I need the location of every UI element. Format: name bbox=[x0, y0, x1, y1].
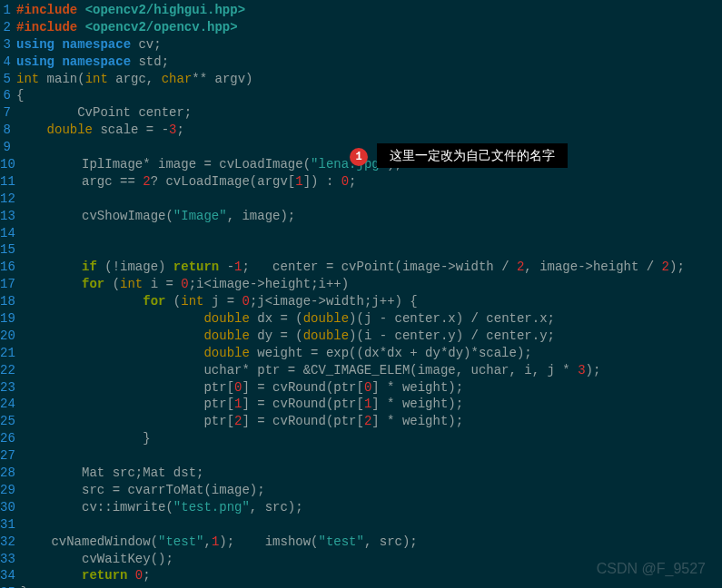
line-number: 18 bbox=[0, 293, 21, 310]
code-content[interactable]: int main(int argc, char** argv) bbox=[16, 71, 253, 88]
code-line[interactable]: 16 if (!image) return -1; center = cvPoi… bbox=[0, 259, 722, 276]
code-content[interactable] bbox=[21, 241, 28, 259]
code-line[interactable]: 25 ptr[2] = cvRound(ptr[2] * weight); bbox=[0, 413, 722, 430]
code-content[interactable]: ptr[0] = cvRound(ptr[0] * weight); bbox=[21, 379, 463, 397]
code-line[interactable]: 7 CvPoint center; bbox=[0, 104, 722, 122]
code-content[interactable]: for (int j = 0;j<image->width;j++) { bbox=[21, 293, 418, 310]
line-number: 35 bbox=[0, 584, 21, 588]
code-line[interactable]: 12 bbox=[0, 191, 722, 208]
code-content[interactable]: { bbox=[16, 87, 24, 104]
code-editor[interactable]: 1#include <opencv2/highgui.hpp>2#include… bbox=[0, 0, 722, 588]
line-number: 32 bbox=[0, 534, 21, 551]
code-content[interactable]: CvPoint center; bbox=[16, 104, 192, 122]
line-number: 15 bbox=[0, 241, 21, 259]
code-line[interactable]: 8 double scale = -3; bbox=[0, 122, 722, 139]
line-number: 29 bbox=[0, 482, 21, 499]
line-number: 14 bbox=[0, 225, 21, 242]
code-line[interactable]: 24 ptr[1] = cvRound(ptr[1] * weight); bbox=[0, 396, 722, 413]
code-content[interactable]: argc == 2? cvLoadImage(argv[1]) : 0; bbox=[21, 173, 357, 191]
annotation-badge: 1 bbox=[350, 148, 368, 166]
line-number: 27 bbox=[0, 447, 21, 465]
code-line[interactable]: 23 ptr[0] = cvRound(ptr[0] * weight); bbox=[0, 379, 722, 397]
code-content[interactable]: Mat src;Mat dst; bbox=[21, 465, 204, 482]
line-number: 9 bbox=[0, 139, 16, 156]
line-number: 3 bbox=[0, 36, 16, 54]
code-content[interactable]: uchar* ptr = &CV_IMAGE_ELEM(image, uchar… bbox=[21, 362, 601, 379]
code-line[interactable]: 19 double dx = (double)(j - center.x) / … bbox=[0, 310, 722, 328]
code-line[interactable]: 27 bbox=[0, 447, 722, 465]
code-line[interactable]: 32 cvNamedWindow("test",1); imshow("test… bbox=[0, 534, 722, 551]
code-line[interactable]: 5int main(int argc, char** argv) bbox=[0, 71, 722, 88]
code-content[interactable]: double scale = -3; bbox=[16, 122, 184, 139]
code-content[interactable]: ptr[2] = cvRound(ptr[2] * weight); bbox=[21, 413, 463, 430]
code-line[interactable]: 31 bbox=[0, 516, 722, 534]
code-content[interactable]: src = cvarrToMat(image); bbox=[21, 482, 265, 499]
code-line[interactable]: 11 argc == 2? cvLoadImage(argv[1]) : 0; bbox=[0, 173, 722, 191]
code-content[interactable]: for (int i = 0;i<image->height;i++) bbox=[21, 276, 349, 293]
code-line[interactable]: 26 } bbox=[0, 430, 722, 447]
code-line[interactable]: 17 for (int i = 0;i<image->height;i++) bbox=[0, 276, 722, 293]
code-line[interactable]: 4using namespace std; bbox=[0, 54, 722, 71]
line-number: 19 bbox=[0, 310, 21, 328]
code-content[interactable]: double dx = (double)(j - center.x) / cen… bbox=[21, 310, 555, 328]
code-content[interactable]: double weight = exp((dx*dx + dy*dy)*scal… bbox=[21, 345, 532, 362]
code-line[interactable]: 6{ bbox=[0, 87, 722, 104]
code-line[interactable]: 1#include <opencv2/highgui.hpp> bbox=[0, 2, 722, 19]
code-line[interactable]: 21 double weight = exp((dx*dx + dy*dy)*s… bbox=[0, 345, 722, 362]
line-number: 26 bbox=[0, 430, 21, 447]
line-number: 30 bbox=[0, 499, 21, 516]
code-content[interactable] bbox=[21, 447, 28, 465]
line-number: 6 bbox=[0, 87, 16, 104]
code-line[interactable]: 15 bbox=[0, 241, 722, 259]
line-number: 13 bbox=[0, 208, 21, 225]
line-number: 16 bbox=[0, 259, 21, 276]
code-content[interactable]: using namespace std; bbox=[16, 54, 169, 71]
code-content[interactable] bbox=[21, 191, 28, 208]
line-number: 31 bbox=[0, 516, 21, 534]
line-number: 2 bbox=[0, 19, 16, 36]
code-line[interactable]: 29 src = cvarrToMat(image); bbox=[0, 482, 722, 499]
line-number: 11 bbox=[0, 173, 21, 191]
code-content[interactable]: cvNamedWindow("test",1); imshow("test", … bbox=[21, 534, 418, 551]
code-area[interactable]: 1#include <opencv2/highgui.hpp>2#include… bbox=[0, 2, 722, 588]
line-number: 24 bbox=[0, 396, 21, 413]
code-content[interactable]: cv::imwrite("test.png", src); bbox=[21, 499, 303, 516]
code-content[interactable]: #include <opencv2/opencv.hpp> bbox=[16, 19, 238, 36]
code-line[interactable]: 2#include <opencv2/opencv.hpp> bbox=[0, 19, 722, 36]
code-content[interactable] bbox=[21, 225, 28, 242]
line-number: 23 bbox=[0, 379, 21, 397]
code-line[interactable]: 22 uchar* ptr = &CV_IMAGE_ELEM(image, uc… bbox=[0, 362, 722, 379]
code-content[interactable]: #include <opencv2/highgui.hpp> bbox=[16, 2, 245, 19]
code-content[interactable] bbox=[21, 516, 28, 534]
line-number: 10 bbox=[0, 156, 21, 173]
code-line[interactable]: 28 Mat src;Mat dst; bbox=[0, 465, 722, 482]
code-line[interactable]: 35} bbox=[0, 584, 722, 588]
code-line[interactable]: 30 cv::imwrite("test.png", src); bbox=[0, 499, 722, 516]
code-content[interactable]: using namespace cv; bbox=[16, 36, 162, 54]
line-number: 8 bbox=[0, 122, 16, 139]
code-line[interactable]: 20 double dy = (double)(i - center.y) / … bbox=[0, 328, 722, 345]
code-content[interactable]: ptr[1] = cvRound(ptr[1] * weight); bbox=[21, 396, 463, 413]
code-content[interactable]: } bbox=[21, 584, 28, 588]
annotation-callout: 这里一定改为自己文件的名字 bbox=[377, 143, 568, 168]
line-number: 17 bbox=[0, 276, 21, 293]
code-content[interactable]: cvShowImage("Image", image); bbox=[21, 208, 295, 225]
line-number: 4 bbox=[0, 54, 16, 71]
code-content[interactable]: cvWaitKey(); bbox=[21, 551, 173, 568]
code-content[interactable]: IplImage* image = cvLoadImage("lena.jpg"… bbox=[21, 156, 402, 173]
line-number: 5 bbox=[0, 71, 16, 88]
code-content[interactable]: return 0; bbox=[21, 567, 151, 584]
line-number: 20 bbox=[0, 328, 21, 345]
code-content[interactable] bbox=[16, 139, 24, 156]
code-content[interactable]: } bbox=[21, 430, 151, 447]
code-line[interactable]: 13 cvShowImage("Image", image); bbox=[0, 208, 722, 225]
code-line[interactable]: 18 for (int j = 0;j<image->width;j++) { bbox=[0, 293, 722, 310]
code-line[interactable]: 3using namespace cv; bbox=[0, 36, 722, 54]
line-number: 1 bbox=[0, 2, 16, 19]
line-number: 34 bbox=[0, 567, 21, 584]
code-line[interactable]: 14 bbox=[0, 225, 722, 242]
line-number: 12 bbox=[0, 191, 21, 208]
line-number: 7 bbox=[0, 104, 16, 122]
code-content[interactable]: if (!image) return -1; center = cvPoint(… bbox=[21, 259, 685, 276]
code-content[interactable]: double dy = (double)(i - center.y) / cen… bbox=[21, 328, 555, 345]
